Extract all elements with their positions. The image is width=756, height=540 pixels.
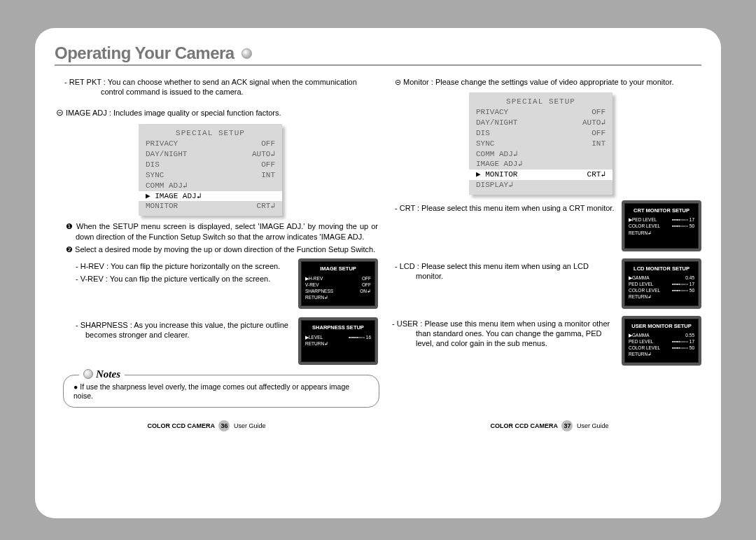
left-column: - RET PKT : You can choose whether to se… <box>55 74 378 408</box>
sharpness-setup-box: SHARPNESS SETUP ▶LEVEL▪▪▪▪▪▪▫▫▫▫ 16 RETU… <box>298 317 378 365</box>
vrev-text: - V-REV : You can flip the picture verti… <box>85 274 294 284</box>
image-adj-lead: ⊝ IMAGE ADJ : Includes image quality or … <box>55 107 378 119</box>
menu-row: MONITORCRT↲ <box>146 201 275 212</box>
special-setup-menu-right: SPECIAL SETUP PRIVACYOFF DAY/NIGHTAUTO↲ … <box>469 92 612 195</box>
sharpness-text: - SHARPNESS : As you increase this value… <box>85 320 294 340</box>
crt-text: - CRT : Please select this menu item whe… <box>416 203 617 213</box>
user-monitor-box: USER MONITOR SETUP ▶GAMMA0.55 PED LEVEL▪… <box>622 316 701 366</box>
ret-pkt-text: - RET PKT : You can choose whether to se… <box>55 77 378 97</box>
page-number-right: 37 <box>561 420 573 431</box>
menu-row: DISOFF <box>146 160 275 170</box>
note-text: ● If use the sharpness level overly, the… <box>74 382 369 401</box>
lcd-monitor-box: LCD MONITOR SETUP ▶GAMMA0.45 PED LEVEL▪▪… <box>622 258 701 309</box>
footer-left: COLOR CCD CAMERA 36 User Guide <box>147 420 265 431</box>
footer-right: COLOR CCD CAMERA 37 User Guide <box>490 420 608 431</box>
pin-icon <box>83 369 93 379</box>
page-title: Operating Your Camera <box>55 43 234 63</box>
notes-label: Notes <box>79 368 125 382</box>
menu-row: PRIVACYOFF <box>146 139 275 149</box>
image-adj-lead-text: IMAGE ADJ : Includes image quality or sp… <box>66 109 281 117</box>
notes-box: Notes ● If use the sharpness level overl… <box>63 375 379 408</box>
menu-row: SYNCINT <box>146 170 275 181</box>
page-footer: COLOR CCD CAMERA 36 User Guide COLOR CCD… <box>35 420 721 431</box>
header-dot-icon <box>241 48 252 59</box>
menu-row: DAY/NIGHTAUTO↲ <box>146 149 275 160</box>
menu-title: SPECIAL SETUP <box>146 128 275 139</box>
user-text: - USER : Please use this menu item when … <box>416 319 617 349</box>
monitor-lead: ⊝ Monitor : Please change the settings v… <box>385 77 701 87</box>
special-setup-menu-left: SPECIAL SETUP PRIVACYOFF DAY/NIGHTAUTO↲ … <box>139 124 282 216</box>
crt-monitor-box: CRT MONITOR SETUP ▶PED LEVEL▪▪▪▪▪▫▫▫▫▫ 1… <box>622 200 701 251</box>
step-1: ❶ When the SETUP menu screen is displaye… <box>55 221 378 242</box>
hrev-text: - H-REV : You can flip the picture horiz… <box>85 261 294 271</box>
image-setup-box: IMAGE SETUP ▶H-REVOFF V-REVOFF SHARPNESS… <box>298 258 378 309</box>
step-2: ❷ Select a desired mode by moving the up… <box>55 244 378 254</box>
menu-row-highlight: ▶ IMAGE ADJ↲ <box>139 191 282 202</box>
lcd-text: - LCD : Please select this menu item whe… <box>416 261 617 282</box>
right-column: ⊝ Monitor : Please change the settings v… <box>385 74 701 408</box>
menu-row: COMM ADJ↲ <box>146 181 275 191</box>
page-number-left: 36 <box>218 420 230 431</box>
page-header: Operating Your Camera <box>35 43 721 70</box>
page-card: Operating Your Camera - RET PKT : You ca… <box>35 28 721 518</box>
